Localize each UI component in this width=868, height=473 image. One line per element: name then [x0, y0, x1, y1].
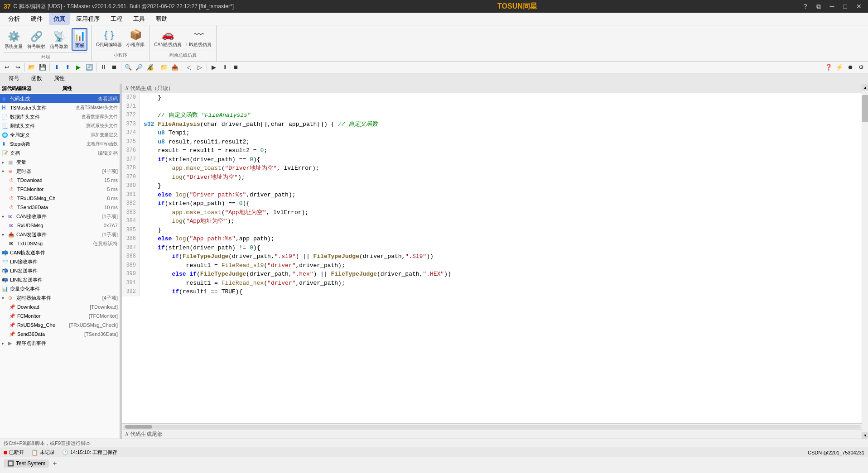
connection-status: 已断开: [4, 449, 24, 456]
export-btn[interactable]: 📤: [170, 62, 180, 72]
tree-value-timer: [4子项]: [102, 168, 118, 175]
left-panel: 源代码编辑器 属性 ◉ 代码生成 查看源码 H TSMaster头文件 查看TS…: [0, 84, 120, 439]
can-rx-expand-icon[interactable]: ▾: [2, 214, 8, 219]
folder-btn[interactable]: 📁: [159, 62, 169, 72]
next-btn[interactable]: ▷: [195, 62, 205, 72]
add-tab-btn[interactable]: +: [53, 459, 57, 468]
variable-expand-icon[interactable]: ▸: [2, 160, 8, 165]
code-line-379: log("Driver地址为空");: [140, 173, 862, 182]
tree-value-doc: 编辑文档: [98, 150, 118, 157]
toggle2-btn[interactable]: ⏹: [109, 62, 119, 72]
tree-item-tfcmonitor[interactable]: ⏱ TFCMonitor 5 ms: [0, 185, 120, 194]
compile-up-btn[interactable]: ⬆: [63, 62, 72, 72]
open-btn[interactable]: 📂: [27, 62, 37, 72]
help-icon-btn[interactable]: ❓: [824, 62, 834, 72]
test-system-tab[interactable]: 🔲 Test System: [4, 459, 49, 468]
stop-btn[interactable]: ⏹: [231, 62, 241, 72]
menu-tools[interactable]: 工具: [129, 13, 149, 25]
tree-item-tsend36data[interactable]: ⏱ TSend36Data 10 ms: [0, 203, 120, 212]
toolbar-can-sim[interactable]: 🚗 CAN总线仿真: [153, 28, 183, 49]
tree-item-db-header[interactable]: 📄 数据库头文件 查看数据库头文件: [0, 112, 120, 121]
search2-btn[interactable]: 🔎: [134, 62, 144, 72]
refresh-btn[interactable]: 🔄: [84, 62, 94, 72]
tab-symbol[interactable]: 符号: [4, 73, 24, 84]
tree-item-rxudsmsg[interactable]: ✉ RxUDSMsg 0x7A7: [0, 221, 120, 230]
pause-btn[interactable]: ⏸: [220, 62, 230, 72]
undo-btn[interactable]: ↩: [2, 62, 12, 72]
code-editor[interactable]: 370 } 371 372 // 自定义函数 "FileAnalysis" 37…: [122, 93, 862, 423]
scroll-thumb[interactable]: [862, 95, 868, 122]
toolbar-miniapp-lib[interactable]: 📦 小程序库: [125, 28, 145, 49]
tree-item-step-func[interactable]: ⬇ Step函数 主程序step函数: [0, 139, 120, 148]
prev-btn[interactable]: ◁: [184, 62, 194, 72]
lock-btn[interactable]: 🔏: [145, 62, 155, 72]
menu-hardware[interactable]: 硬件: [26, 13, 47, 25]
tree-item-code-gen[interactable]: ◉ 代码生成 查看源码: [0, 94, 120, 103]
tree-item-program-click[interactable]: ▸ ▶ 程序点击事件: [0, 339, 120, 348]
tree-item-doc[interactable]: 📝 文档 编辑文档: [0, 148, 120, 158]
tree-item-timer-trigger[interactable]: ▾ ⊕ 定时器触发事件 [4子项]: [0, 293, 120, 302]
redo-btn[interactable]: ↪: [13, 62, 23, 72]
timer-trigger-expand-icon[interactable]: ▾: [2, 296, 8, 301]
search-btn[interactable]: 🔍: [123, 62, 133, 72]
scroll-down-btn[interactable]: ▼: [862, 432, 868, 439]
tree-item-can-tx[interactable]: ▾ 📤 CAN发送事件 [1子项]: [0, 230, 120, 239]
toolbar-panel[interactable]: 📊 面板: [72, 28, 87, 51]
maximize-btn[interactable]: □: [841, 2, 850, 11]
tree-item-trxudsmsg-ch[interactable]: ⏱ TRxUDSMsg_Ch 8 ms: [0, 194, 120, 203]
toggle1-btn[interactable]: ⏸: [98, 62, 108, 72]
tree-item-txudsmsg[interactable]: ✉ TxUDSMsg 任意标识符: [0, 239, 120, 248]
tree-item-can-frame-tx[interactable]: 📫 CAN帧发送事件: [0, 248, 120, 257]
menu-help[interactable]: 帮助: [151, 13, 172, 25]
program-click-expand-icon[interactable]: ▸: [2, 341, 8, 346]
toolbar-signal-stim[interactable]: 📡 信号激励: [49, 30, 69, 51]
tree-label-trxudsmsg-ch: TRxUDSMsg_Ch: [17, 196, 105, 201]
tab-property[interactable]: 属性: [49, 73, 70, 84]
compile-down-btn[interactable]: ⬇: [52, 62, 62, 72]
save-btn[interactable]: 💾: [38, 62, 48, 72]
tree-item-variable[interactable]: ▸ ▦ 变量: [0, 158, 120, 167]
run-btn[interactable]: ▶: [73, 62, 83, 72]
close-btn[interactable]: ✕: [854, 2, 864, 11]
menu-app[interactable]: 应用程序: [72, 13, 104, 25]
can-tx-expand-icon[interactable]: ▾: [2, 232, 8, 237]
tree-item-var-change[interactable]: 📊 变量变化事件: [0, 284, 120, 293]
timer-expand-icon[interactable]: ▾: [2, 169, 8, 174]
right-scrollbar[interactable]: ▲ ▼: [862, 84, 868, 439]
toolbar-symbol-map[interactable]: 🔗 符号映射: [26, 30, 46, 51]
signal-stim-icon: 📡: [53, 31, 65, 43]
tree-item-download[interactable]: 📌 Download [TDownload]: [0, 302, 120, 311]
play-btn[interactable]: ▶: [209, 62, 219, 72]
scroll-up-btn[interactable]: ▲: [862, 84, 868, 91]
tree-item-tdownload[interactable]: ⏱ TDownload 15 ms: [0, 176, 120, 185]
tree-item-tsmaster-header[interactable]: H TSMaster头文件 查看TSMaster头文件: [0, 103, 120, 112]
tree-item-fcmonitor[interactable]: 📌 FCMonitor [TFCMonitor]: [0, 311, 120, 320]
tab-function[interactable]: 函数: [26, 73, 47, 84]
tree-item-timer[interactable]: ▾ ⊕ 定时器 [4子项]: [0, 167, 120, 176]
code-line-371: [140, 102, 862, 111]
tree-item-can-rx[interactable]: ▾ ✉ CAN接收事件 [1子项]: [0, 212, 120, 221]
minimize-btn[interactable]: ─: [827, 2, 837, 11]
toolbar-c-editor[interactable]: { } C代码编辑器: [95, 28, 123, 49]
line-num-374: 374: [122, 129, 140, 138]
window-title: C 脚本编辑器 [UDS] - TSMaster v2021.6.2.561. …: [14, 3, 234, 10]
tree-item-lin-tx[interactable]: 📬 LIN发送事件: [0, 266, 120, 275]
code-hscrollbar[interactable]: [122, 423, 862, 430]
tree-item-test-header[interactable]: 📃 测试头文件 测试系统头文件: [0, 121, 120, 130]
toolbar-lin-sim[interactable]: 〰 LIN总线仿真: [185, 28, 212, 49]
layout-btn[interactable]: ⧉: [814, 2, 824, 11]
record-btn[interactable]: ⏺: [845, 62, 855, 72]
tree-item-lin-frame-tx[interactable]: 📭 LIN帧发送事件: [0, 275, 120, 284]
menu-analyze[interactable]: 分析: [4, 13, 24, 25]
menu-project[interactable]: 工程: [106, 13, 127, 25]
tree-item-rxudsmsg-che[interactable]: 📌 RxUDSMsg_Che [TRxUDSMsg_Check]: [0, 320, 120, 330]
settings-icon-btn[interactable]: ⚙: [856, 62, 866, 72]
scroll-track[interactable]: [862, 91, 868, 432]
tree-item-global-def[interactable]: 🌐 全局定义 添加变量定义: [0, 130, 120, 139]
tree-item-send36data[interactable]: 📌 Send36Data [TSend36Data]: [0, 330, 120, 339]
menu-simulate[interactable]: 仿真: [49, 13, 70, 25]
toolbar-system-var[interactable]: ⚙️ 系统变量: [4, 30, 24, 51]
power-btn[interactable]: ⚡: [834, 62, 844, 72]
tree-item-lin-rx[interactable]: 📨 LIN接收事件: [0, 257, 120, 266]
help-btn[interactable]: ?: [801, 2, 810, 11]
